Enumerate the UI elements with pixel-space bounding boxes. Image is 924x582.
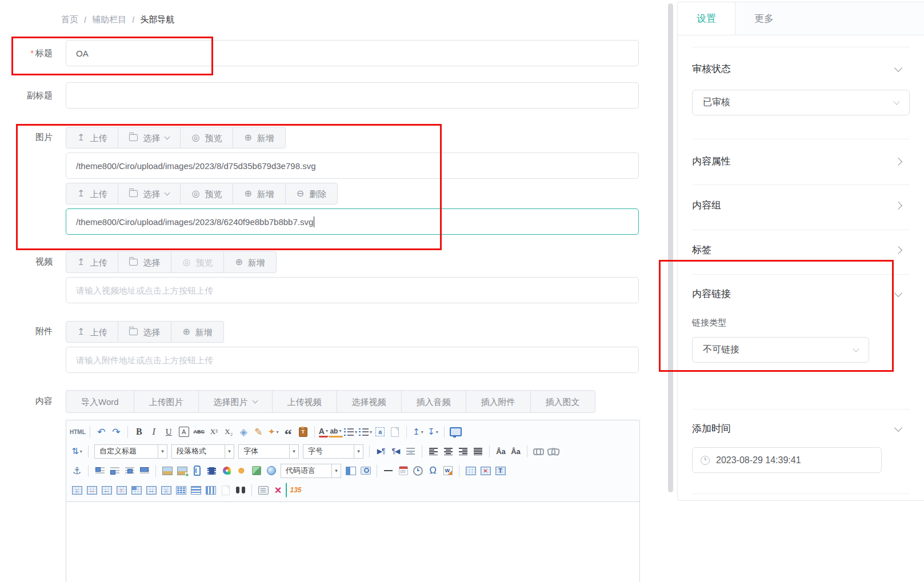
add-button[interactable]: ⊕新增 (233, 127, 285, 148)
upload-button[interactable]: ↥上传 (66, 252, 118, 272)
merge-cells-icon[interactable] (129, 483, 143, 497)
section-audit-status[interactable]: 审核状态 (692, 62, 901, 75)
video-url-input[interactable] (66, 277, 639, 303)
indent-icon[interactable]: → (403, 444, 418, 459)
title-input[interactable] (66, 40, 639, 66)
print-icon[interactable] (256, 483, 270, 497)
upload-video-button[interactable]: 上传视频 (273, 391, 337, 412)
paste-text-icon[interactable] (296, 424, 310, 439)
link-icon[interactable] (531, 444, 546, 459)
uppercase-icon[interactable]: Âa (494, 444, 508, 459)
align-left-icon[interactable] (426, 444, 441, 459)
search-replace-icon[interactable] (233, 483, 247, 497)
select-image-button[interactable]: 选择图片 (199, 391, 273, 412)
source-code-button[interactable]: HTML (70, 424, 86, 439)
list-135-icon[interactable]: 135 (286, 483, 303, 497)
undo-icon[interactable]: ↶ (94, 424, 109, 439)
select-video-button[interactable]: 选择视频 (337, 391, 402, 412)
insert-attachment-button[interactable]: 插入附件 (466, 391, 531, 412)
insert-col-icon[interactable]: ← (99, 483, 114, 497)
bold-button[interactable]: B (132, 424, 146, 439)
section-content-link[interactable]: 内容链接 (692, 287, 901, 300)
add-button[interactable]: ⊕新增 (233, 183, 285, 204)
unordered-list-icon[interactable]: ▾ (358, 424, 373, 439)
select-button[interactable]: 选择 (118, 322, 171, 342)
google-map-icon[interactable] (264, 463, 278, 478)
font-border-button[interactable]: A (179, 427, 189, 437)
highlight-color-button[interactable]: ab▾ (329, 427, 343, 437)
import-word-button[interactable]: 导入Word (66, 391, 134, 412)
add-button[interactable]: ⊕新增 (224, 252, 275, 272)
special-chars-icon[interactable]: Ω (426, 463, 440, 478)
preview-monitor-icon[interactable] (449, 424, 463, 439)
horizontal-rule-icon[interactable] (381, 463, 395, 478)
audit-status-select[interactable]: 已审核 (692, 90, 910, 115)
word-image-icon[interactable] (441, 463, 455, 478)
image-block-icon[interactable] (137, 463, 151, 478)
table-grid-icon[interactable] (174, 483, 188, 497)
insert-code-icon[interactable] (343, 463, 358, 478)
ordered-list-icon[interactable]: ▾ (343, 424, 358, 439)
paragraph-format-select[interactable]: 段落格式▾ (171, 444, 234, 459)
eraser-icon[interactable]: ◈ (237, 424, 251, 439)
insert-richtext-button[interactable]: 插入图文 (531, 391, 595, 412)
add-time-input[interactable]: 2023-08-29 14:39:41 (692, 447, 882, 473)
preview-button[interactable]: ◎预览 (181, 183, 233, 204)
scrollbar-thumb[interactable] (668, 3, 673, 492)
editor-body[interactable] (66, 502, 639, 582)
select-button[interactable]: 选择 (118, 183, 181, 204)
image-path-input-1[interactable] (66, 152, 639, 179)
upload-button[interactable]: ↥上传 (66, 183, 118, 204)
insert-date-icon[interactable] (396, 463, 410, 478)
select-button[interactable]: 选择 (118, 127, 181, 148)
strikethrough-button[interactable]: ABC (192, 424, 206, 439)
align-center-icon[interactable] (441, 444, 455, 459)
upload-button[interactable]: ↥上传 (66, 127, 118, 148)
underline-button[interactable]: U (162, 424, 176, 439)
attachment-url-input[interactable] (66, 347, 639, 373)
lowercase-icon[interactable]: Âa (509, 444, 523, 459)
unlink-icon[interactable] (546, 444, 561, 459)
align-justify-icon[interactable] (471, 444, 485, 459)
delete-button[interactable]: ⊖删除 (286, 183, 337, 204)
delete-table-icon[interactable]: × (478, 463, 493, 478)
attachment-icon[interactable] (190, 463, 204, 478)
tab-more[interactable]: 更多 (735, 2, 793, 35)
custom-title-select[interactable]: 自定义标题▾ (94, 444, 167, 459)
insert-col-right-icon[interactable]: → (144, 483, 158, 497)
upload-image-button[interactable]: 上传图片 (134, 391, 199, 412)
auto-format-icon[interactable]: a (373, 424, 387, 439)
code-language-select[interactable]: 代码语言▾ (281, 464, 341, 478)
tab-settings[interactable]: 设置 (678, 2, 735, 35)
image-float-inline-icon[interactable] (107, 463, 122, 478)
paragraph-rtl-icon[interactable]: ¶◀ (389, 444, 403, 459)
screenshot-icon[interactable] (358, 463, 373, 478)
format-painter-icon[interactable]: ✎ (251, 424, 266, 439)
image-manager-icon[interactable] (175, 463, 189, 478)
line-height-icon[interactable]: ⇅▾ (70, 444, 84, 459)
row-spacing-top-icon[interactable]: ↥▾ (411, 424, 425, 439)
clear-doc-icon[interactable]: × (271, 483, 285, 497)
font-size-select[interactable]: 字号▾ (303, 444, 363, 459)
link-type-select[interactable]: 不可链接 (692, 337, 869, 363)
merge-cols-icon[interactable] (203, 483, 218, 497)
delete-row-icon[interactable]: → (85, 483, 99, 497)
auto-typeset-icon[interactable]: ✦▾ (266, 424, 281, 439)
insert-table-icon[interactable] (463, 463, 478, 478)
italic-button[interactable]: I (147, 424, 161, 439)
add-button[interactable]: ⊕新增 (171, 322, 223, 342)
insert-video-icon[interactable] (205, 463, 219, 478)
redo-icon[interactable]: ↷ (109, 424, 123, 439)
breadcrumb-aux-column[interactable]: 辅助栏目 (92, 14, 126, 25)
image-center-icon[interactable] (122, 463, 137, 478)
subscript-button[interactable]: X₂ (222, 424, 236, 439)
font-color-button[interactable]: A▾ (319, 427, 328, 437)
indent-first-line-icon[interactable]: ▶¶ (374, 444, 388, 459)
subtitle-input[interactable] (66, 82, 639, 109)
image-float-left-icon[interactable] (93, 463, 107, 478)
insert-image-icon[interactable] (160, 463, 174, 478)
insert-time-icon[interactable] (411, 463, 425, 478)
section-tags[interactable]: 标签 (692, 243, 901, 256)
preview-button[interactable]: ◎预览 (181, 127, 233, 148)
insert-row-above-icon[interactable]: ↓ (70, 483, 84, 497)
